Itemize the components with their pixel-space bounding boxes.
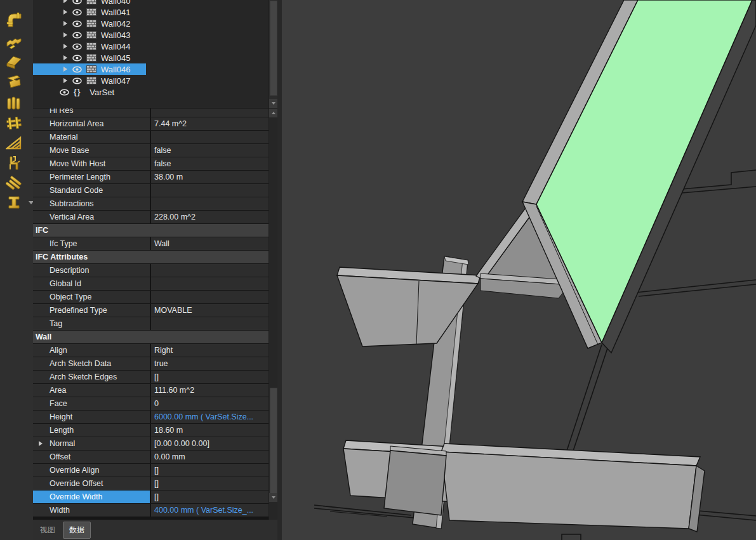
rebar-pipes-icon[interactable] — [6, 175, 27, 194]
props-scrollbar-down-button[interactable] — [269, 493, 277, 502]
property-group-header[interactable]: IFC — [33, 224, 269, 237]
property-value-cell[interactable]: 0.00 mm — [151, 451, 269, 463]
property-row[interactable]: Predefined Type MOVABLE — [33, 304, 269, 317]
property-value-cell[interactable] — [151, 291, 269, 303]
property-value-cell[interactable]: [0.00 0.00 0.00] — [151, 437, 269, 450]
property-row[interactable]: Hi Res — [33, 109, 269, 117]
property-label-cell[interactable]: Normal — [33, 437, 151, 450]
tree-scrollbar-thumb[interactable] — [270, 1, 277, 96]
property-label-cell[interactable]: Material — [33, 131, 151, 143]
property-label-cell[interactable]: Width — [33, 504, 151, 517]
property-row[interactable]: Offset 0.00 mm — [33, 451, 269, 463]
expander-arrow-icon[interactable] — [63, 67, 67, 72]
property-row[interactable]: Area 111.60 m^2 — [33, 384, 269, 397]
tree-scrollbar-down-button[interactable] — [269, 99, 277, 108]
property-row[interactable]: Horizontal Area 7.44 m^2 — [33, 117, 269, 130]
property-row[interactable]: Move Base false — [33, 144, 269, 157]
expander-arrow-icon[interactable] — [63, 10, 67, 15]
property-row[interactable]: Override Offset [] — [33, 477, 269, 490]
property-label-cell[interactable]: Object Type — [33, 291, 151, 303]
property-value-cell[interactable]: [] — [151, 477, 269, 490]
property-row[interactable]: Width 400.00 mm ( VarSet.Size_... — [33, 504, 269, 517]
property-row[interactable]: Move With Host false — [33, 157, 269, 170]
viewport-3d[interactable] — [282, 0, 756, 540]
property-value-cell[interactable]: MOVABLE — [151, 304, 269, 317]
property-label-cell[interactable]: Hi Res — [33, 109, 151, 117]
visibility-eye-icon[interactable] — [72, 20, 82, 27]
property-row[interactable]: Global Id — [33, 277, 269, 290]
tree-item[interactable]: {} VarSet — [33, 86, 269, 98]
arch-partial-icon[interactable] — [6, 0, 27, 10]
property-label-cell[interactable]: Area — [33, 384, 151, 397]
property-label-cell[interactable]: Height — [33, 411, 151, 423]
property-row[interactable]: Description — [33, 264, 269, 277]
property-value-cell[interactable] — [151, 184, 269, 197]
property-label-cell[interactable]: Perimeter Length — [33, 171, 151, 183]
property-group-header[interactable]: Wall — [33, 331, 269, 343]
property-value-cell[interactable]: Right — [151, 344, 269, 357]
expander-arrow-icon[interactable] — [63, 21, 67, 26]
profile-beam-icon[interactable] — [6, 193, 27, 212]
tree-item[interactable]: Wall047 — [33, 75, 269, 86]
tree-item[interactable]: Wall045 — [33, 52, 269, 63]
property-label-cell[interactable]: Arch Sketch Data — [33, 357, 151, 370]
property-label-cell[interactable]: Standard Code — [33, 184, 151, 197]
property-label-cell[interactable]: Horizontal Area — [33, 117, 151, 130]
property-row[interactable]: Standard Code — [33, 184, 269, 197]
panel-icon[interactable] — [6, 72, 27, 91]
property-label-cell[interactable]: Override Align — [33, 464, 151, 477]
property-row[interactable]: Override Align [] — [33, 464, 269, 477]
property-value-cell[interactable]: 18.60 m — [151, 424, 269, 437]
expander-arrow-icon[interactable] — [63, 32, 67, 37]
property-label-cell[interactable]: Align — [33, 344, 151, 357]
props-scrollbar[interactable] — [269, 109, 277, 520]
property-value-cell[interactable]: true — [151, 357, 269, 370]
property-value-cell[interactable]: [] — [151, 491, 269, 503]
visibility-eye-icon[interactable] — [72, 9, 82, 16]
property-value-cell[interactable]: Wall — [151, 237, 269, 250]
tab-data[interactable]: 数据 — [63, 522, 91, 539]
property-value-cell[interactable]: [] — [151, 464, 269, 477]
slab-lower-right[interactable] — [441, 444, 705, 532]
property-label-cell[interactable]: Offset — [33, 451, 151, 463]
tab-view[interactable]: 视图 — [34, 522, 61, 538]
property-label-cell[interactable]: Move Base — [33, 144, 151, 157]
tree-item[interactable]: Wall046 — [33, 63, 269, 75]
props-scrollbar-up-button[interactable] — [269, 109, 277, 117]
expander-arrow-icon[interactable] — [63, 55, 67, 60]
property-row[interactable]: Object Type — [33, 291, 269, 303]
property-label-cell[interactable]: Predefined Type — [33, 304, 151, 317]
property-label-cell[interactable]: Arch Sketch Edges — [33, 371, 151, 383]
property-label-cell[interactable]: Length — [33, 424, 151, 437]
expander-arrow-icon[interactable] — [63, 78, 67, 83]
property-row[interactable]: Arch Sketch Edges [] — [33, 371, 269, 383]
property-row[interactable]: Ifc Type Wall — [33, 237, 269, 250]
property-row[interactable]: Subtractions — [33, 197, 269, 210]
property-row[interactable]: Override Width [] — [33, 491, 269, 503]
property-row[interactable]: Length 18.60 m — [33, 424, 269, 437]
tree-item[interactable]: Wall041 — [33, 6, 269, 18]
property-value-cell[interactable]: 7.44 m^2 — [151, 117, 269, 130]
property-value-cell[interactable] — [151, 109, 269, 117]
stairs-icon[interactable] — [6, 31, 27, 50]
tree-item[interactable]: Wall042 — [33, 18, 269, 29]
property-value-cell[interactable]: 38.00 m — [151, 171, 269, 183]
property-value-cell[interactable]: 228.00 m^2 — [151, 211, 269, 223]
expander-arrow-icon[interactable] — [63, 44, 67, 49]
property-group-header[interactable]: IFC Attributes — [33, 251, 269, 263]
property-label-cell[interactable]: Ifc Type — [33, 237, 151, 250]
property-value-cell[interactable]: 6000.00 mm ( VarSet.Size... — [151, 411, 269, 423]
property-value-cell[interactable] — [151, 264, 269, 277]
property-label-cell[interactable]: Move With Host — [33, 157, 151, 170]
property-row[interactable]: Height 6000.00 mm ( VarSet.Size... — [33, 411, 269, 423]
property-row[interactable]: Material — [33, 131, 269, 143]
visibility-eye-icon[interactable] — [72, 32, 82, 39]
fence-icon[interactable] — [6, 114, 27, 133]
property-label-cell[interactable]: Override Width — [33, 491, 151, 503]
property-label-cell[interactable]: Description — [33, 264, 151, 277]
expander-arrow-icon[interactable] — [39, 441, 43, 446]
property-row[interactable]: Tag — [33, 317, 269, 330]
property-row[interactable]: Vertical Area 228.00 m^2 — [33, 211, 269, 223]
property-label-cell[interactable]: Vertical Area — [33, 211, 151, 223]
visibility-eye-icon[interactable] — [72, 0, 82, 4]
